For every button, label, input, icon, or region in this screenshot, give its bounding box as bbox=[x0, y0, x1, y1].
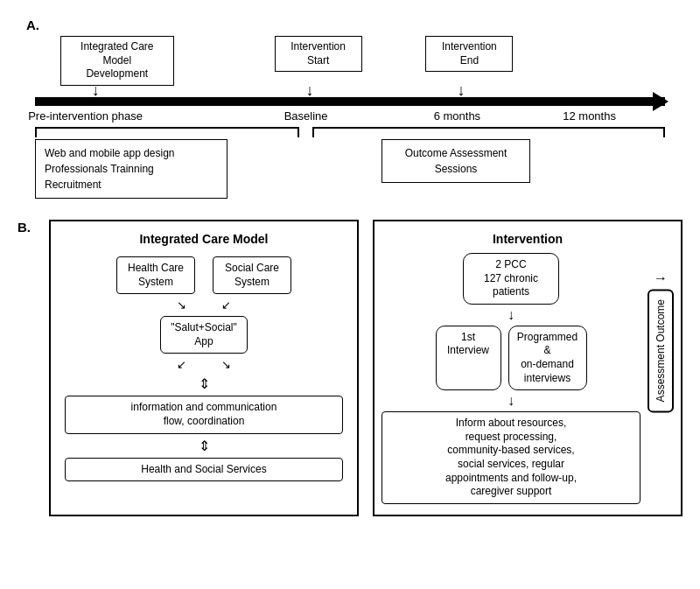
section-b-label: B. bbox=[18, 220, 35, 513]
section-a-label: A. bbox=[26, 18, 674, 32]
right-panel: Intervention 2 PCC 127 chronic patients … bbox=[373, 220, 682, 516]
bracket-left bbox=[35, 127, 299, 137]
label-baseline: Baseline bbox=[284, 109, 328, 123]
arrow-right: → bbox=[654, 270, 668, 286]
box-below-left: Web and mobile app design Professionals … bbox=[35, 139, 228, 199]
diag-arrows-top: ↘ ↙ bbox=[177, 298, 231, 312]
box-1st-interview: 1st Interview bbox=[436, 326, 501, 390]
timeline-arrowhead bbox=[653, 92, 668, 111]
timeline-bar bbox=[35, 97, 665, 106]
section-b: B. Integrated Care Model Health Care Sys… bbox=[9, 220, 691, 516]
label-12months: 12 months bbox=[563, 109, 616, 123]
box-health-care: Health Care System bbox=[116, 256, 195, 294]
double-arrow-1: ⇕ bbox=[199, 375, 210, 392]
intervention-main: 2 PCC 127 chronic patients ↓ 1st Intervi… bbox=[382, 253, 640, 504]
top-boxes-row: Health Care System Social Care System bbox=[58, 256, 350, 294]
box-inform: Inform about resources, request processi… bbox=[382, 411, 640, 504]
box-intervention-start: Intervention Start bbox=[275, 36, 362, 72]
interview-row: 1st Interview Programmed & on-demand int… bbox=[436, 326, 587, 390]
box-below-right: Outcome Assessment Sessions bbox=[382, 139, 530, 183]
section-a: A. Integrated Care Model Development ↓ I… bbox=[9, 9, 691, 211]
box-services: Health and Social Services bbox=[65, 458, 342, 482]
label-preintervention: Pre-intervention phase bbox=[28, 109, 143, 123]
label-6months: 6 months bbox=[434, 109, 480, 123]
left-panel-title: Integrated Care Model bbox=[139, 232, 268, 246]
arrow-down-1: ↓ bbox=[508, 307, 514, 323]
arrow-down-2: ↓ bbox=[508, 393, 514, 409]
intervention-content: 2 PCC 127 chronic patients ↓ 1st Intervi… bbox=[382, 253, 674, 504]
double-arrow-2: ⇕ bbox=[199, 438, 210, 454]
box-intervention-end: Intervention End bbox=[425, 36, 513, 72]
assessment-col: → Assessment Outcome bbox=[648, 253, 674, 412]
diag-arrows-bottom: ↙ ↘ bbox=[177, 358, 231, 371]
bracket-right bbox=[312, 127, 665, 137]
box-integrated-care: Integrated Care Model Development bbox=[60, 36, 174, 86]
box-programmed: Programmed & on-demand interviews bbox=[508, 326, 587, 390]
box-social-care: Social Care System bbox=[213, 256, 291, 294]
box-info: information and communication flow, coor… bbox=[65, 396, 342, 433]
box-pcc: 2 PCC 127 chronic patients bbox=[463, 253, 559, 305]
box-assessment: Assessment Outcome bbox=[648, 289, 674, 412]
box-app: "Salut+Social" App bbox=[160, 316, 248, 354]
right-panel-title: Intervention bbox=[382, 232, 674, 246]
left-panel: Integrated Care Model Health Care System… bbox=[49, 220, 359, 516]
